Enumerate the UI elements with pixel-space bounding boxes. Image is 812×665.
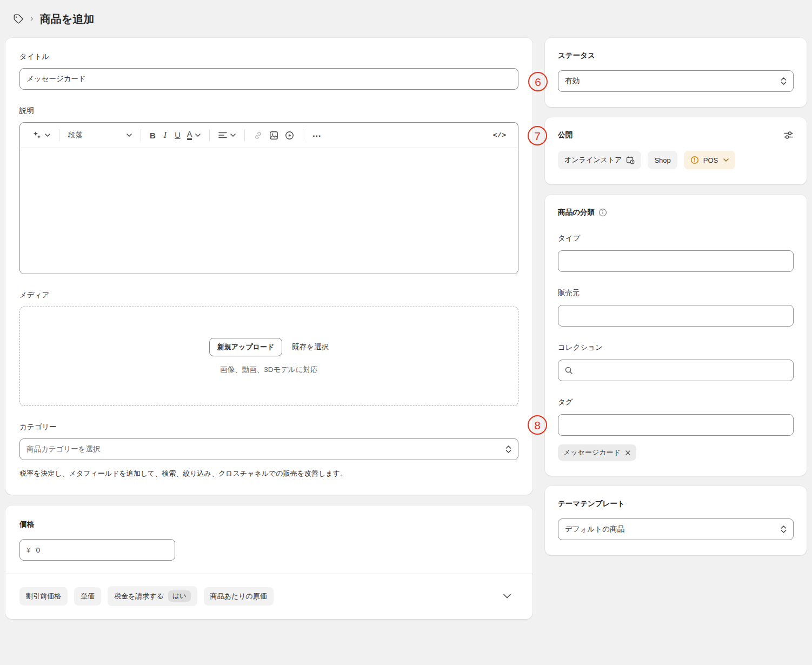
chevron-down-icon <box>503 594 511 598</box>
description-textarea[interactable] <box>20 148 518 274</box>
align-left-icon <box>218 132 227 138</box>
title-label: タイトル <box>19 52 518 62</box>
tag-chip-label: メッセージカード <box>563 448 621 457</box>
category-placeholder: 商品カテゴリーを選択 <box>26 444 101 454</box>
toolbar-divider <box>209 129 210 141</box>
product-organization-card: 商品の分類 タイプ 販売元 コレクション <box>545 195 807 476</box>
charge-tax-chip[interactable]: 税金を請求する はい <box>108 586 197 606</box>
product-details-card: タイトル 説明 <box>5 38 533 495</box>
theme-template-value: デフォルトの商品 <box>565 524 624 534</box>
chevron-down-icon <box>230 134 236 137</box>
collections-label: コレクション <box>558 343 794 353</box>
toolbar-divider <box>303 129 303 141</box>
paragraph-style-label: 段落 <box>68 130 83 140</box>
shop-channel-chip[interactable]: Shop <box>648 151 677 169</box>
add-product-page: › 商品を追加 タイトル 説明 <box>0 0 812 619</box>
upload-new-button[interactable]: 新規アップロード <box>209 338 283 356</box>
more-formatting-button[interactable]: … <box>309 127 325 144</box>
status-value: 有効 <box>565 76 580 86</box>
tags-input[interactable] <box>558 414 794 436</box>
theme-template-select[interactable]: デフォルトの商品 <box>558 518 794 540</box>
chevron-down-icon <box>127 134 132 137</box>
select-caret-icon <box>781 526 787 533</box>
underline-button[interactable]: U <box>171 129 183 142</box>
price-value: 0 <box>36 546 41 554</box>
chevron-down-icon <box>45 134 50 137</box>
sparkle-icon <box>32 130 42 140</box>
warning-icon <box>690 156 699 164</box>
vendor-input[interactable] <box>558 305 794 327</box>
insert-image-button[interactable] <box>266 129 282 142</box>
toolbar-divider <box>59 129 59 141</box>
vendor-label: 販売元 <box>558 288 794 298</box>
insert-video-button[interactable] <box>282 129 297 142</box>
italic-button[interactable]: I <box>159 128 171 142</box>
category-label: カテゴリー <box>19 422 518 432</box>
unit-price-chip[interactable]: 単価 <box>74 587 101 606</box>
tags-label: タグ <box>558 397 794 407</box>
publishing-heading: 公開 <box>558 130 573 140</box>
search-icon <box>564 366 573 375</box>
title-input[interactable] <box>19 68 518 90</box>
currency-prefix: ¥ <box>26 546 31 554</box>
status-select[interactable]: 6 有効 <box>558 70 794 92</box>
charge-tax-value-badge: はい <box>168 590 191 602</box>
select-caret-icon <box>505 445 511 453</box>
type-label: タイプ <box>558 234 794 243</box>
link-icon <box>254 131 263 140</box>
media-label: メディア <box>19 290 518 300</box>
status-card: ステータス 6 有効 <box>545 38 807 107</box>
remove-tag-icon[interactable] <box>625 450 631 456</box>
organization-heading: 商品の分類 <box>558 208 595 217</box>
price-input[interactable]: ¥ 0 <box>19 539 175 561</box>
pricing-card: 価格 ¥ 0 割引前価格 単価 税金を請求する はい 商品あたりの原価 <box>5 506 533 619</box>
chevron-down-icon <box>723 158 729 162</box>
category-help-text: 税率を決定し、メタフィールドを追加して、検索、絞り込み、クロスチャネルでの販売を… <box>19 469 518 478</box>
schedule-calendar-icon <box>626 156 635 164</box>
paragraph-style-dropdown[interactable]: 段落 <box>65 128 135 142</box>
compare-at-price-chip[interactable]: 割引前価格 <box>19 587 68 606</box>
manage-channels-icon[interactable] <box>783 130 794 140</box>
link-button[interactable] <box>250 129 266 142</box>
show-html-button[interactable]: </> <box>490 129 509 142</box>
select-existing-button[interactable]: 既存を選択 <box>292 342 329 352</box>
theme-template-heading: テーマテンプレート <box>558 499 794 509</box>
bold-button[interactable]: B <box>147 129 159 142</box>
online-store-label: オンラインストア <box>564 155 622 165</box>
video-play-icon <box>285 131 294 140</box>
products-tag-icon[interactable] <box>13 14 24 24</box>
status-heading: ステータス <box>558 51 794 61</box>
text-color-letter: A <box>187 130 192 140</box>
description-editor: 段落 B I U A <box>19 122 518 274</box>
media-hint-text: 画像、動画、3Dモデルに対応 <box>220 365 318 375</box>
chevron-down-icon <box>195 134 201 137</box>
pricing-options-row: 割引前価格 単価 税金を請求する はい 商品あたりの原価 <box>19 574 518 606</box>
text-color-button[interactable]: A <box>184 128 204 142</box>
pos-channel-chip[interactable]: POS <box>684 151 735 169</box>
type-input[interactable] <box>558 250 794 272</box>
ai-magic-button[interactable] <box>29 128 54 142</box>
image-icon <box>269 131 278 140</box>
editor-toolbar: 段落 B I U A <box>20 123 518 148</box>
pricing-heading: 価格 <box>19 520 518 529</box>
breadcrumb: › 商品を追加 <box>5 0 807 38</box>
description-label: 説明 <box>19 106 518 116</box>
cost-per-item-chip[interactable]: 商品あたりの原価 <box>204 587 274 606</box>
publishing-card: 7 公開 オンラインストア <box>545 117 807 184</box>
sales-channels-list: オンラインストア Shop <box>558 151 794 169</box>
theme-template-card: テーマテンプレート デフォルトの商品 <box>545 486 807 555</box>
page-title: 商品を追加 <box>40 12 94 26</box>
media-dropzone[interactable]: 新規アップロード 既存を選択 画像、動画、3Dモデルに対応 <box>19 307 518 406</box>
collections-search-input[interactable] <box>558 360 794 381</box>
charge-tax-label: 税金を請求する <box>114 591 164 601</box>
category-select[interactable]: 商品カテゴリーを選択 <box>19 438 518 460</box>
info-icon[interactable] <box>598 208 607 217</box>
tag-chip: メッセージカード <box>558 444 636 461</box>
toolbar-divider <box>141 129 141 141</box>
breadcrumb-chevron-icon: › <box>30 13 34 24</box>
select-caret-icon <box>781 77 787 85</box>
expand-pricing-button[interactable] <box>503 594 518 598</box>
toolbar-divider <box>244 129 245 141</box>
alignment-button[interactable] <box>215 130 239 141</box>
online-store-channel-chip[interactable]: オンラインストア <box>558 151 641 169</box>
